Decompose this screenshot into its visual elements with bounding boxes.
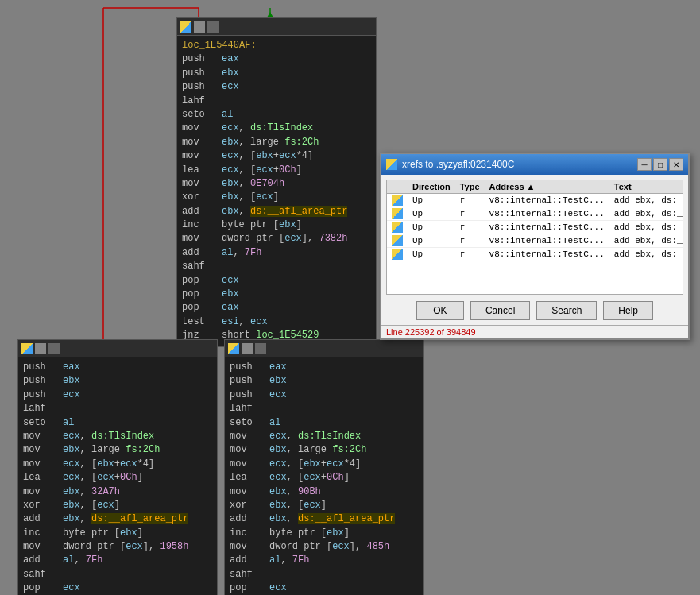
col-header-direction [387,180,408,194]
panel-color-icon [180,21,191,33]
panel-list-icon3 [255,343,266,354]
xref-direction: Up [408,248,455,261]
asm-line: movebx, 32A7h [23,485,212,499]
xref-row[interactable]: Up r v8::internal::TestC... add ebx, ds:… [387,234,683,248]
asm-panel-bot-left: pusheax pushebx pushecx lahf setoal move… [17,339,218,595]
xref-type: r [455,194,485,207]
xref-direction: Up [408,221,455,234]
asm-line: movebx, 0E704h [182,177,371,191]
xref-type: r [455,207,485,221]
xref-text: add ebx, ds:__afl_area_ptr [609,221,683,234]
xref-icon-cell [387,248,408,261]
xref-row[interactable]: Up r v8::internal::TestC... add ebx, ds:… [387,194,683,207]
asm-line: xorebx, [ecx] [23,499,212,512]
status-text: Line 225392 of 394849 [386,327,476,337]
asm-line: popeax [182,301,371,315]
asm-line: incbyte ptr [ebx] [182,218,371,232]
asm-line: addal, 7Fh [182,246,371,260]
dialog-title-left: xrefs to .syzyafl:0231400C [386,159,514,170]
cancel-button[interactable]: Cancel [470,301,530,320]
asm-line: pushecx [230,388,419,402]
xref-direction: Up [408,207,455,221]
panel-top-titlebar [177,18,376,36]
xref-icon [392,235,403,246]
xrefs-table: Direction Type Address ▲ Text Up r v8::i… [387,180,683,261]
minimize-button[interactable]: ─ [637,158,652,171]
xref-type: r [455,248,485,261]
xrefs-table-container[interactable]: Direction Type Address ▲ Text Up r v8::i… [386,180,683,295]
asm-line: pushecx [182,80,371,94]
panel-list-icon [207,21,219,33]
panel-color-icon2 [21,343,33,354]
asm-line: pushecx [23,388,212,402]
asm-line: movebx, 90Bh [230,485,419,499]
xref-direction: Up [408,234,455,248]
asm-label: loc_1E5440AF: [182,39,371,52]
dialog-title-icon [386,159,397,170]
xref-text: add ebx, ds:__afl_area_ptr [609,234,683,248]
asm-line: lahf [23,402,212,415]
asm-line: movdword ptr [ecx], 1958h [23,540,212,554]
asm-line: popebx [182,288,371,301]
ok-button[interactable]: OK [416,301,464,320]
panel-edit-icon3 [242,343,253,354]
xref-icon-cell [387,221,408,234]
panel-bot-left-titlebar [18,340,217,357]
xref-type: r [455,221,485,234]
asm-line: movecx, [ebx+ecx*4] [230,458,419,471]
xref-address: v8::internal::TestC... [485,234,609,248]
asm-line: leaecx, [ecx+0Ch] [182,164,371,177]
xref-address: v8::internal::TestC... [485,207,609,221]
col-header-text: Text [609,180,683,194]
xref-icon [392,249,403,260]
asm-line: popecx [182,274,371,288]
asm-line: leaecx, [ecx+0Ch] [230,471,419,485]
xref-address: v8::internal::TestC... [485,194,609,207]
help-button[interactable]: Help [603,301,653,320]
xref-direction: Up [408,194,455,207]
xref-row[interactable]: Up r v8::internal::TestC... add ebx, ds:… [387,207,683,221]
asm-line: pushebx [182,67,371,80]
asm-add-highlight: addebx, ds:__afl_area_ptr [182,205,371,218]
asm-line: lahf [230,402,419,415]
close-button[interactable]: ✕ [669,158,683,171]
asm-line: movebx, large fs:2Ch [23,443,212,457]
asm-line: sahf [23,568,212,581]
asm-line: movebx, large fs:2Ch [230,443,419,457]
xref-text: add ebx, ds:__afl_area_ptr [609,194,683,207]
status-bar: Line 225392 of 394849 [381,325,688,338]
dialog-title-text: xrefs to .syzyafl:0231400C [402,159,514,170]
maximize-button[interactable]: □ [653,158,667,171]
asm-line: incbyte ptr [ebx] [23,527,212,540]
xref-icon-cell [387,234,408,248]
xref-text: add ebx, ds: afl area ptr [609,248,683,261]
panel-edit-icon2 [35,343,46,354]
dialog-controls[interactable]: ─ □ ✕ [637,158,683,171]
panel-color-icon3 [228,343,239,354]
asm-line: movdword ptr [ecx], 7382h [182,232,371,245]
dialog-body: Direction Type Address ▲ Text Up r v8::i… [381,175,688,325]
xref-icon [392,195,403,206]
xref-icon [392,208,403,219]
xrefs-dialog: xrefs to .syzyafl:0231400C ─ □ ✕ Directi… [380,153,690,340]
xref-address: v8::internal::TestC... [485,221,609,234]
asm-add-highlight2: addebx, ds:__afl_area_ptr [23,512,212,526]
col-header-direction-text: Direction [408,180,455,194]
xref-icon [392,222,403,233]
asm-line: movdword ptr [ecx], 485h [230,540,419,554]
search-button[interactable]: Search [536,301,597,320]
asm-line: movecx, ds:TlsIndex [23,430,212,443]
asm-line: sahf [182,260,371,273]
panel-edit-icon [194,21,205,33]
xref-row[interactable]: Up r v8::internal::TestC... add ebx, ds:… [387,221,683,234]
asm-line: incbyte ptr [ebx] [230,527,419,540]
asm-line: pusheax [182,52,371,66]
xref-row[interactable]: Up r v8::internal::TestC... add ebx, ds:… [387,248,683,261]
asm-line: lahf [182,95,371,108]
col-header-address: Address ▲ [485,180,609,194]
xref-type: r [455,234,485,248]
asm-line: movecx, [ebx+ecx*4] [23,458,212,471]
xref-address: v8::internal::TestC... [485,248,609,261]
asm-line: pusheax [230,361,419,374]
asm-line: sahf [230,568,419,581]
